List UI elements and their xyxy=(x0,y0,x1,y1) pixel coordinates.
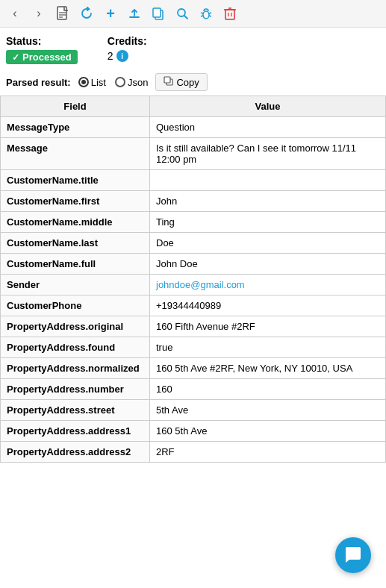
credits-block: Credits: 2 i xyxy=(108,35,147,62)
parsed-result-row: Parsed result: List Json Copy xyxy=(0,69,386,96)
credits-value-row: 2 i xyxy=(108,50,147,62)
field-cell: PropertyAddress.address2 xyxy=(1,442,150,463)
field-cell: PropertyAddress.street xyxy=(1,400,150,421)
table-row: CustomerName.middleTing xyxy=(1,212,386,233)
radio-group: List Json xyxy=(78,77,149,88)
field-cell: Message xyxy=(1,138,150,170)
table-row: PropertyAddress.foundtrue xyxy=(1,337,386,358)
parsed-result-label: Parsed result: xyxy=(6,77,71,88)
table-row: PropertyAddress.street5th Ave xyxy=(1,400,386,421)
radio-json-circle xyxy=(115,77,125,87)
checkmark-icon: ✓ xyxy=(12,52,19,63)
value-cell: John Doe xyxy=(150,254,386,275)
value-cell: 160 5th Ave #2RF, New York, NY 10010, US… xyxy=(150,358,386,379)
status-badge: ✓ Processed xyxy=(6,50,78,64)
copy-button[interactable]: Copy xyxy=(155,73,207,91)
table-row: CustomerName.fullJohn Doe xyxy=(1,254,386,275)
field-cell: Sender xyxy=(1,275,150,295)
upload-icon[interactable] xyxy=(125,4,143,22)
value-cell: Doe xyxy=(150,233,386,254)
value-cell xyxy=(150,170,386,191)
copy-toolbar-icon2[interactable] xyxy=(149,4,167,22)
field-cell: CustomerName.first xyxy=(1,191,150,212)
radio-list-label: List xyxy=(91,77,106,88)
field-cell: PropertyAddress.address1 xyxy=(1,421,150,442)
radio-list-circle xyxy=(78,77,89,87)
parsed-table: Field Value MessageTypeQuestionMessageIs… xyxy=(0,96,386,463)
table-row: PropertyAddress.number160 xyxy=(1,379,386,400)
svg-line-7 xyxy=(184,16,187,19)
copy-label: Copy xyxy=(176,77,199,88)
table-row: CustomerName.lastDoe xyxy=(1,233,386,254)
field-cell: PropertyAddress.number xyxy=(1,379,150,400)
credits-label: Credits: xyxy=(108,35,147,47)
credits-number: 2 xyxy=(108,50,113,62)
radio-json-label: Json xyxy=(128,77,148,88)
field-cell: CustomerPhone xyxy=(1,295,150,316)
info-icon[interactable]: i xyxy=(116,50,128,62)
value-cell[interactable]: johndoe@gmail.com xyxy=(150,275,386,295)
status-block: Status: ✓ Processed xyxy=(6,35,78,64)
document-icon[interactable] xyxy=(54,4,72,22)
value-cell: John xyxy=(150,191,386,212)
radio-list[interactable]: List xyxy=(78,77,106,88)
value-cell: Question xyxy=(150,117,386,138)
value-cell: 160 Fifth Avenue #2RF xyxy=(150,316,386,337)
svg-rect-5 xyxy=(153,8,161,17)
col-field-header: Field xyxy=(1,96,150,117)
back-icon[interactable]: ‹ xyxy=(6,4,24,22)
table-row: Senderjohndoe@gmail.com xyxy=(1,275,386,295)
table-row: PropertyAddress.address22RF xyxy=(1,442,386,463)
table-row: PropertyAddress.address1160 5th Ave xyxy=(1,421,386,442)
search-icon[interactable] xyxy=(173,4,191,22)
email-link[interactable]: johndoe@gmail.com xyxy=(156,279,245,290)
col-value-header: Value xyxy=(150,96,386,117)
value-cell: 160 xyxy=(150,379,386,400)
table-row: CustomerName.firstJohn xyxy=(1,191,386,212)
svg-point-8 xyxy=(203,11,209,19)
status-credits-section: Status: ✓ Processed Credits: 2 i xyxy=(0,28,386,69)
svg-rect-19 xyxy=(164,77,170,83)
plus-icon[interactable]: + xyxy=(102,4,119,22)
radio-json[interactable]: Json xyxy=(115,77,148,88)
table-row: MessageTypeQuestion xyxy=(1,117,386,138)
svg-line-10 xyxy=(201,16,203,16)
table-row: PropertyAddress.original160 Fifth Avenue… xyxy=(1,316,386,337)
svg-line-11 xyxy=(209,13,211,13)
bug-icon[interactable] xyxy=(197,4,215,22)
field-cell: PropertyAddress.found xyxy=(1,337,150,358)
field-cell: PropertyAddress.original xyxy=(1,316,150,337)
status-text: Processed xyxy=(22,51,72,63)
value-cell: 160 5th Ave xyxy=(150,421,386,442)
table-row: CustomerName.title xyxy=(1,170,386,191)
value-cell: +19344440989 xyxy=(150,295,386,316)
value-cell: Is it still available? Can I see it tomo… xyxy=(150,138,386,170)
field-cell: PropertyAddress.normalized xyxy=(1,358,150,379)
table-row: CustomerPhone+19344440989 xyxy=(1,295,386,316)
chat-button[interactable] xyxy=(335,537,371,573)
value-cell: 2RF xyxy=(150,442,386,463)
radio-list-dot xyxy=(81,80,86,84)
svg-line-9 xyxy=(201,13,203,13)
forward-icon[interactable]: › xyxy=(30,4,48,22)
table-wrapper: Field Value MessageTypeQuestionMessageIs… xyxy=(0,96,386,463)
field-cell: MessageType xyxy=(1,117,150,138)
value-cell: Ting xyxy=(150,212,386,233)
status-label: Status: xyxy=(6,35,78,47)
field-cell: CustomerName.middle xyxy=(1,212,150,233)
value-cell: 5th Ave xyxy=(150,400,386,421)
table-row: MessageIs it still available? Can I see … xyxy=(1,138,386,170)
delete-icon[interactable] xyxy=(221,4,239,22)
refresh-icon[interactable] xyxy=(78,4,96,22)
table-row: PropertyAddress.normalized160 5th Ave #2… xyxy=(1,358,386,379)
field-cell: CustomerName.last xyxy=(1,233,150,254)
svg-rect-13 xyxy=(225,10,234,19)
field-cell: CustomerName.title xyxy=(1,170,150,191)
copy-icon xyxy=(164,76,173,88)
svg-line-12 xyxy=(209,16,211,16)
field-cell: CustomerName.full xyxy=(1,254,150,275)
value-cell: true xyxy=(150,337,386,358)
toolbar: ‹ › + xyxy=(0,0,386,28)
